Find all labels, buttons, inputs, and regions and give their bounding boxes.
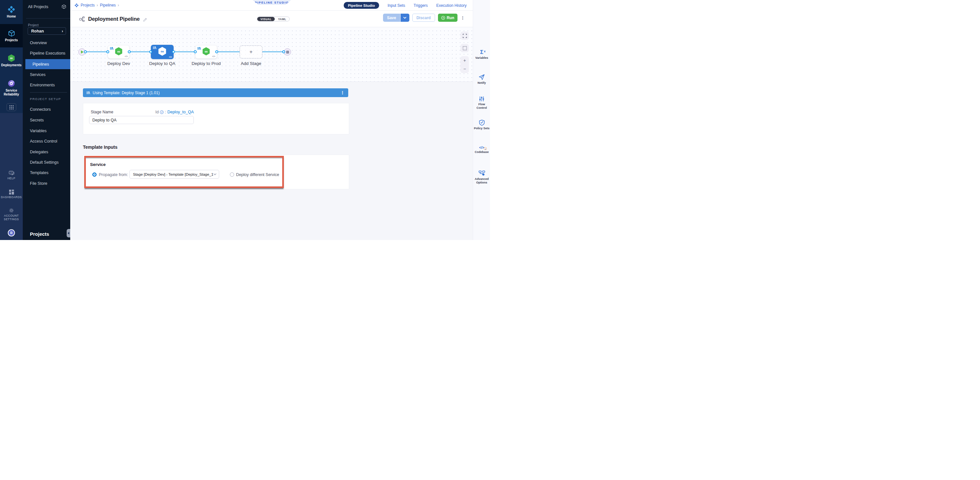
rail-label-account-settings: ACCOUNT SETTINGS xyxy=(2,214,21,221)
connector-dot[interactable] xyxy=(128,50,131,53)
sidebar-item-templates[interactable]: Templates xyxy=(23,168,70,177)
breadcrumb-link-pipelines[interactable]: Pipelines xyxy=(100,3,116,8)
sidebar-item-access-control[interactable]: Access Control xyxy=(23,137,70,146)
more-options-kebab[interactable]: ⋮ xyxy=(460,16,465,20)
user-avatar[interactable]: R xyxy=(8,229,15,236)
rail-item-help[interactable]: ? HELP xyxy=(0,171,23,180)
rail-item-variables[interactable]: Σx Variables xyxy=(473,49,490,60)
tab-execution-history[interactable]: Execution History xyxy=(436,3,466,8)
stage-id-value[interactable]: Deploy_to_QA xyxy=(167,110,194,114)
deployments-icon: ∞ xyxy=(8,54,15,62)
gear-icon xyxy=(9,208,14,213)
propagate-from-label[interactable]: Propagate from: xyxy=(99,173,128,177)
all-projects-label: All Projects xyxy=(28,5,48,9)
rail-item-account-settings[interactable]: ACCOUNT SETTINGS xyxy=(0,208,23,221)
sidebar-item-secrets[interactable]: Secrets xyxy=(23,116,70,125)
sidebar-item-pipelines[interactable]: Pipelines xyxy=(25,59,70,69)
tab-input-sets[interactable]: Input Sets xyxy=(388,3,405,8)
connector-dot[interactable] xyxy=(172,50,175,53)
stage-card-deploy-dev[interactable]: ∞ </> xyxy=(108,46,129,59)
propagate-service-dropdown[interactable]: Stage [Deploy Dev] - Template [Deploy_St… xyxy=(129,170,219,179)
svg-text:∞: ∞ xyxy=(10,56,13,60)
sidebar-item-environments[interactable]: Environments xyxy=(23,81,70,90)
zoom-in-button[interactable]: + xyxy=(460,56,469,65)
toggle-visual[interactable]: VISUAL xyxy=(257,17,275,21)
id-label: Id xyxy=(156,110,159,114)
template-bars-icon xyxy=(86,91,90,95)
deploy-different-service-radio[interactable] xyxy=(230,173,234,177)
pipeline-canvas[interactable]: ∞ </> ∞ </> ∞ </> + Deploy Dev Deploy to… xyxy=(70,27,473,82)
project-selector[interactable]: Rohan › xyxy=(28,27,66,35)
pipeline-title-bar: Deployment Pipeline VISUAL YAML Save Dis… xyxy=(70,11,473,27)
sidebar-item-pipeline-executions[interactable]: Pipeline Executions xyxy=(23,49,70,58)
save-split-button: Save xyxy=(383,14,409,22)
stage-label-deploy-dev[interactable]: Deploy Dev xyxy=(105,61,133,66)
connector-dot[interactable] xyxy=(149,50,152,53)
rail-item-advanced-options[interactable]: Advanced Options xyxy=(473,170,490,184)
sidebar-item-connectors[interactable]: Connectors xyxy=(23,105,70,114)
rail-item-notify[interactable]: Notify xyxy=(473,74,490,85)
stage-label-deploy-to-prod[interactable]: Deploy to Prod xyxy=(191,61,222,66)
cd-stage-icon: ∞ xyxy=(202,47,210,57)
module-picker-button[interactable] xyxy=(6,103,16,111)
canvas-zoom-controls: + − xyxy=(460,56,469,73)
sidebar-item-file-store[interactable]: File Store xyxy=(23,179,70,188)
add-stage-label[interactable]: Add Stage xyxy=(240,61,262,66)
breadcrumb-link-projects[interactable]: Projects xyxy=(81,3,95,8)
using-template-banner[interactable]: Using Template: Deploy Stage 1 (1.01) ⋮ xyxy=(83,88,348,97)
stage-name-input[interactable] xyxy=(89,116,194,124)
run-button[interactable]: Run xyxy=(438,14,458,22)
add-stage-button[interactable]: + xyxy=(240,46,262,59)
rail-item-service-reliability[interactable]: Service Reliability xyxy=(0,74,23,102)
rail-item-deployments[interactable]: ∞ Deployments xyxy=(0,48,23,74)
edit-pencil-icon[interactable] xyxy=(143,17,147,21)
service-panel: Service Propagate from: Stage [Deploy De… xyxy=(83,155,349,189)
all-projects-button[interactable]: All Projects xyxy=(28,4,66,9)
save-dropdown-button[interactable] xyxy=(401,14,409,22)
sidebar-item-variables[interactable]: Variables xyxy=(23,126,70,135)
rail-item-policy-sets[interactable]: Policy Sets xyxy=(473,119,490,130)
title-group: Deployment Pipeline xyxy=(80,11,147,27)
info-icon[interactable]: i xyxy=(160,111,164,114)
flow-control-label: Flow Control xyxy=(473,103,490,110)
stage-config-area: Using Template: Deploy Stage 1 (1.01) ⋮ … xyxy=(70,82,473,240)
tab-triggers[interactable]: Triggers xyxy=(414,3,428,8)
grid-icon xyxy=(10,105,14,109)
top-breadcrumb-bar: Projects › Pipelines › PIPELINE STUDIO P… xyxy=(70,0,473,11)
connector-dot[interactable] xyxy=(194,50,197,53)
pipeline-edge xyxy=(217,51,240,52)
connector-dot[interactable] xyxy=(106,50,109,53)
template-inputs-heading: Template Inputs xyxy=(83,144,118,150)
sidebar-collapse-handle[interactable] xyxy=(67,229,70,238)
canvas-select-button[interactable] xyxy=(460,44,469,52)
rail-item-flow-control[interactable]: Flow Control xyxy=(473,96,490,110)
template-options-kebab[interactable]: ⋮ xyxy=(340,90,345,95)
toggle-yaml[interactable]: YAML xyxy=(275,17,290,21)
deploy-different-service-label[interactable]: Deploy different Service xyxy=(236,173,279,177)
discard-button[interactable]: Discard xyxy=(412,14,435,22)
canvas-fullscreen-button[interactable] xyxy=(460,32,469,40)
stage-card-deploy-to-qa[interactable]: ∞ </> xyxy=(151,45,173,59)
sidebar-item-services[interactable]: Services xyxy=(23,70,70,79)
rail-label-help: HELP xyxy=(8,177,15,180)
propagate-from-radio[interactable] xyxy=(92,173,97,177)
rail-item-projects[interactable]: Projects xyxy=(0,24,23,48)
rail-item-dashboards[interactable]: DASHBOARDS xyxy=(0,190,23,199)
chevron-right-icon: › xyxy=(62,29,63,33)
connector-dot[interactable] xyxy=(215,50,218,53)
rail-item-codebase[interactable]: </>▲ Codebase xyxy=(473,146,490,154)
zoom-out-button[interactable]: − xyxy=(460,65,469,73)
right-tools-rail: Σx Variables Notify Flow Control Policy … xyxy=(473,0,490,240)
stage-label-deploy-to-qa[interactable]: Deploy to QA xyxy=(148,61,177,66)
connector-dot[interactable] xyxy=(282,50,285,53)
sidebar-item-delegates[interactable]: Delegates xyxy=(23,147,70,157)
cd-stage-icon: ∞ xyxy=(115,47,123,57)
sidebar-item-default-settings[interactable]: Default Settings xyxy=(23,158,70,167)
pipeline-studio-badge: PIPELINE STUDIO xyxy=(253,0,291,5)
connector-dot[interactable] xyxy=(84,50,87,53)
stage-card-deploy-to-prod[interactable]: ∞ </> xyxy=(196,46,217,59)
rail-item-home[interactable]: Home xyxy=(0,0,23,24)
tab-pipeline-studio[interactable]: Pipeline Studio xyxy=(344,2,379,9)
save-button[interactable]: Save xyxy=(383,14,401,22)
sidebar-item-overview[interactable]: Overview xyxy=(23,38,70,48)
